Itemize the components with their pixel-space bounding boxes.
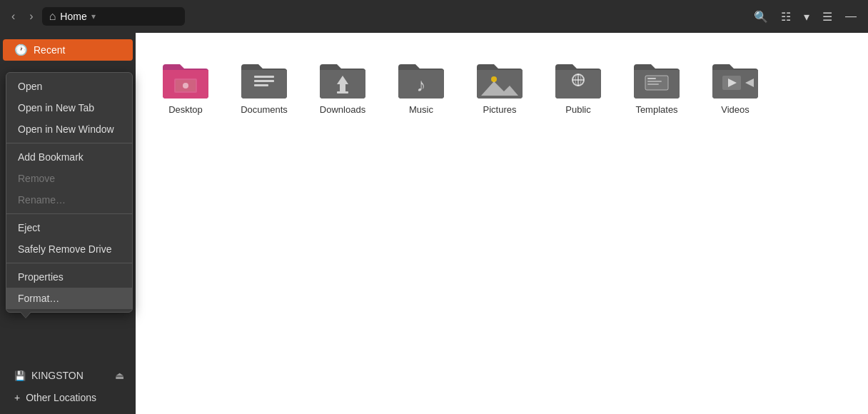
recent-icon: 🕐 <box>14 44 28 56</box>
folder-icon-downloads <box>317 54 368 100</box>
file-item-videos[interactable]: Videos <box>700 47 771 122</box>
kingston-label: KINGSTON <box>31 370 112 381</box>
ctx-safely-remove[interactable]: Safely Remove Drive <box>6 238 132 260</box>
svg-rect-4 <box>254 80 274 82</box>
svg-rect-5 <box>254 84 268 86</box>
ctx-open-new-window[interactable]: Open in New Window <box>6 118 132 140</box>
sidebar: 🕐 Recent Open Open in New Tab Open in Ne… <box>0 33 136 414</box>
svg-rect-3 <box>254 76 274 78</box>
forward-button[interactable]: › <box>24 7 39 26</box>
folder-icon-pictures <box>474 54 525 100</box>
file-item-templates[interactable]: Templates <box>621 47 692 122</box>
ctx-remove: Remove <box>6 168 132 189</box>
ctx-rename: Rename… <box>6 189 132 211</box>
search-icon: 🔍 <box>754 11 768 23</box>
ctx-separator-1 <box>6 143 132 143</box>
svg-rect-18 <box>647 84 659 85</box>
view-list-button[interactable]: ☷ <box>775 6 797 27</box>
sidebar-recent-label: Recent <box>34 44 65 56</box>
folder-icon-templates <box>631 54 682 100</box>
sidebar-bottom: 💾 KINGSTON ⏏ + Other Locations <box>0 363 136 408</box>
ctx-properties[interactable]: Properties <box>6 266 132 288</box>
file-label-music: Music <box>409 104 433 115</box>
plus-icon: + <box>14 392 20 403</box>
file-label-public: Public <box>565 104 590 115</box>
hamburger-icon: ☰ <box>822 11 832 23</box>
location-text: Home <box>60 11 86 22</box>
svg-rect-16 <box>647 78 656 79</box>
folder-icon-music: ♪ <box>395 54 447 100</box>
ctx-open-new-tab[interactable]: Open in New Tab <box>6 97 132 118</box>
other-locations-label: Other Locations <box>26 392 96 403</box>
file-label-documents: Documents <box>241 104 288 115</box>
file-label-templates: Templates <box>635 104 677 115</box>
folder-icon-public <box>552 54 604 100</box>
folder-icon-desktop <box>160 54 211 100</box>
drive-icon: 💾 <box>14 370 26 381</box>
context-menu: Open Open in New Tab Open in New Window … <box>6 72 133 313</box>
sidebar-item-recent[interactable]: 🕐 Recent <box>3 39 133 61</box>
file-item-pictures[interactable]: Pictures <box>464 47 535 122</box>
back-button[interactable]: ‹ <box>6 7 21 26</box>
svg-rect-17 <box>647 81 662 82</box>
sidebar-item-kingston[interactable]: 💾 KINGSTON ⏏ <box>3 364 133 387</box>
main-layout: 🕐 Recent Open Open in New Tab Open in Ne… <box>0 33 868 414</box>
file-grid: Desktop Documents <box>150 47 854 122</box>
file-label-videos: Videos <box>721 104 750 115</box>
folder-icon-documents <box>238 54 290 100</box>
minimize-icon: — <box>845 10 857 22</box>
ctx-open[interactable]: Open <box>6 76 132 97</box>
file-label-downloads: Downloads <box>320 104 365 115</box>
file-item-documents[interactable]: Documents <box>228 47 300 122</box>
ctx-separator-2 <box>6 213 132 214</box>
file-item-downloads[interactable]: Downloads <box>307 47 378 122</box>
svg-point-9 <box>491 76 497 82</box>
view-toggle-button[interactable]: ▾ <box>798 6 815 27</box>
svg-rect-7 <box>337 91 348 94</box>
folder-icon-videos <box>710 54 761 100</box>
ctx-separator-3 <box>6 263 132 263</box>
svg-point-2 <box>183 83 188 89</box>
ctx-eject[interactable]: Eject <box>6 217 132 238</box>
ctx-format[interactable]: Format… <box>6 288 132 309</box>
menu-button[interactable]: ☰ <box>817 6 838 27</box>
file-area: Desktop Documents <box>136 33 868 414</box>
home-icon: ⌂ <box>49 10 56 23</box>
chevron-down-icon: ▾ <box>91 11 96 21</box>
svg-text:♪: ♪ <box>417 74 426 96</box>
minimize-button[interactable]: — <box>839 6 862 26</box>
toolbar-right: 🔍 ☷ ▾ ☰ — <box>748 6 862 27</box>
file-label-pictures: Pictures <box>483 104 517 115</box>
ctx-add-bookmark[interactable]: Add Bookmark <box>6 146 132 168</box>
file-item-music[interactable]: ♪ Music <box>385 47 457 122</box>
file-item-public[interactable]: Public <box>542 47 614 122</box>
file-item-desktop[interactable]: Desktop <box>150 47 221 122</box>
eject-button[interactable]: ⏏ <box>112 368 127 383</box>
file-label-desktop: Desktop <box>168 104 203 115</box>
sidebar-item-other-locations[interactable]: + Other Locations <box>3 388 133 408</box>
view-list-icon: ☷ <box>781 11 791 23</box>
titlebar: ‹ › ⌂ Home ▾ 🔍 ☷ ▾ ☰ — <box>0 0 868 33</box>
search-button[interactable]: 🔍 <box>748 6 774 27</box>
location-bar[interactable]: ⌂ Home ▾ <box>42 7 185 26</box>
chevron-down-icon: ▾ <box>804 11 809 23</box>
